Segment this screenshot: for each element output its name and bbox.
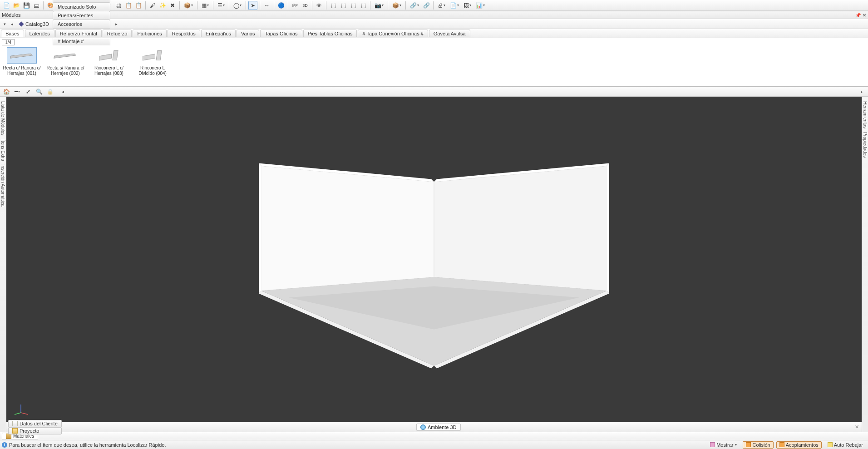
- brush-icon[interactable]: 🖌: [148, 1, 157, 10]
- module-gallery: Recta c/ Ranura c/ Herrajes (001)Recta s…: [0, 45, 868, 86]
- close-tab-icon[interactable]: ✕: [855, 424, 859, 430]
- frame-dd-icon[interactable]: 🖼▾: [462, 1, 473, 10]
- open-icon[interactable]: 📂: [12, 1, 21, 10]
- copy-icon[interactable]: ⿻: [114, 1, 123, 10]
- print-dd-icon[interactable]: 🖨▾: [436, 1, 447, 10]
- chain-dd-icon[interactable]: 🔗▾: [408, 1, 421, 10]
- box-dd-icon[interactable]: 📦▾: [390, 1, 403, 10]
- side-tab-propiedades[interactable]: Propiedades: [863, 130, 868, 159]
- sel2-icon[interactable]: ⬚: [339, 1, 348, 10]
- align-dd-icon[interactable]: ⎚▾: [291, 1, 300, 10]
- side-tab--tens-extra[interactable]: Ítens Extra: [0, 138, 5, 163]
- camera-dd-icon[interactable]: 📷▾: [373, 1, 385, 10]
- workspace: Lista de MódulosÍtens ExtraInserción Aut…: [0, 97, 868, 432]
- status-mostrar[interactable]: Mostrar▾: [707, 441, 740, 449]
- gallery-item[interactable]: Rinconero L c/ Herrajes (003): [90, 47, 128, 76]
- package-dd-icon[interactable]: 📦▾: [182, 1, 195, 10]
- tab-datos-del-cliente[interactable]: Datos del Cliente: [8, 420, 62, 427]
- room-geometry: [248, 157, 620, 370]
- info-icon: i: [2, 442, 7, 448]
- catalog-cube-icon: [19, 21, 24, 26]
- cursor-icon[interactable]: ➤: [248, 1, 257, 10]
- subtab-entrepa-os[interactable]: Entrepaños: [201, 30, 236, 37]
- find-icon[interactable]: 🔍: [35, 87, 44, 96]
- shape-dd-icon[interactable]: ◯▾: [232, 1, 243, 10]
- wand-icon[interactable]: ✨: [158, 1, 167, 10]
- subtab-gaveta-avulsa[interactable]: Gaveta Avulsa: [429, 30, 470, 37]
- sel3-icon[interactable]: ⬚: [349, 1, 358, 10]
- tab-next-icon[interactable]: ▸: [113, 20, 120, 28]
- subtab-refuerzo[interactable]: Refuerzo: [103, 30, 132, 37]
- subtab-refuerzo-frontal[interactable]: Refuerzo Frontal: [55, 30, 102, 37]
- tab-materiales-label: Materiales: [13, 434, 34, 439]
- panel-header: Módulos 📌 ✕: [0, 11, 868, 19]
- chevron-down-icon: ▾: [735, 443, 737, 447]
- status-label: Acoplamientos: [786, 442, 819, 448]
- doc-icon: [12, 421, 18, 426]
- subtab--tapa-conexi-n-oficinas-[interactable]: # Tapa Conexión Oficinas #: [358, 30, 428, 37]
- new-doc-icon[interactable]: 📄: [2, 1, 11, 10]
- eye-icon[interactable]: 👁: [315, 1, 324, 10]
- layers-dd-icon[interactable]: ☰▾: [216, 1, 227, 10]
- status-label: Auto Rebajar: [834, 442, 863, 448]
- link-icon[interactable]: 🔗: [422, 1, 431, 10]
- tab-menu-icon[interactable]: ▾: [1, 20, 8, 28]
- subtab-tapas-oficinas[interactable]: Tapas Oficinas: [260, 30, 302, 37]
- side-tab-herramientas[interactable]: Herramientas: [863, 99, 868, 130]
- save-all-icon[interactable]: 🖴: [32, 1, 41, 10]
- catalog-entry[interactable]: Catalog3D: [15, 20, 53, 28]
- status-icon: [828, 442, 833, 447]
- tab-accesorios[interactable]: Accesorios: [53, 20, 110, 28]
- gallery-item[interactable]: Recta s/ Ranura c/ Herrajes (002): [46, 47, 84, 76]
- sel4-icon[interactable]: ⬚: [359, 1, 368, 10]
- label-3d-icon[interactable]: 3D: [301, 1, 310, 10]
- subtab-bases[interactable]: Bases: [1, 30, 24, 37]
- paste-special-icon[interactable]: 📋: [134, 1, 143, 10]
- subtab-pies-tablas-oficinas[interactable]: Pies Tablas Oficinas: [303, 30, 357, 37]
- subtab-laterales[interactable]: Laterales: [25, 30, 54, 37]
- save-icon[interactable]: 💾: [22, 1, 31, 10]
- status-label: Mostrar: [716, 442, 733, 448]
- subtab-respaldos[interactable]: Respaldos: [168, 30, 200, 37]
- dimension-icon[interactable]: ↔: [262, 1, 271, 10]
- tab-puertas-frentes[interactable]: Puertas/Frentes: [53, 11, 110, 20]
- collapse-right-icon[interactable]: ▸: [857, 87, 866, 96]
- zoom-extents-icon[interactable]: ⤢: [24, 87, 33, 96]
- tab-prev-icon[interactable]: ◂: [8, 20, 15, 28]
- tab-ambiente-3d-label: Ambiente 3D: [428, 424, 457, 430]
- gallery-item-label: Recta s/ Ranura c/ Herrajes (002): [46, 65, 84, 76]
- page-dd-icon[interactable]: 📄▾: [448, 1, 461, 10]
- tab-mecanizado-solo[interactable]: Mecanizado Solo: [53, 2, 110, 11]
- main-toolbar: 📄 📂 💾 🖴 🎨 🟫 🖨 ↶ ↷ ✂ ⿻ 📋 📋 🖌 ✨ ✖ 📦▾ ▦▾ ☰▾…: [0, 0, 868, 11]
- svg-marker-5: [607, 163, 609, 293]
- grid-dd-icon[interactable]: ▦▾: [200, 1, 211, 10]
- pin-icon[interactable]: 📌: [855, 13, 861, 18]
- side-tab-lista-de-m-dulos[interactable]: Lista de Módulos: [0, 99, 5, 138]
- status-acoplamientos[interactable]: Acoplamientos: [776, 441, 822, 449]
- subtab-particiones[interactable]: Particiones: [133, 30, 166, 37]
- subtab-varios[interactable]: Varios: [237, 30, 259, 37]
- gallery-item[interactable]: Rinconero L Dividido (004): [133, 47, 172, 76]
- close-icon[interactable]: ✕: [863, 13, 866, 18]
- gallery-item[interactable]: Recta c/ Ranura c/ Herrajes (001): [3, 47, 41, 76]
- home-view-icon[interactable]: 🏠: [2, 87, 11, 96]
- viewport-3d[interactable]: [6, 97, 862, 422]
- right-side-strip: HerramientasPropiedades: [862, 97, 868, 432]
- sphere-icon[interactable]: 🔵: [276, 1, 286, 10]
- line-style-dd-icon[interactable]: ━▾: [13, 87, 22, 96]
- svg-marker-0: [261, 166, 434, 291]
- erase-icon[interactable]: ✖: [168, 1, 177, 10]
- lock-icon[interactable]: 🔒: [45, 87, 54, 96]
- collapse-left-icon[interactable]: ◂: [58, 87, 67, 96]
- side-tab-inserci-n-autom-tica[interactable]: Inserción Automática: [0, 163, 5, 208]
- bottom-tabs: Datos del ClienteProyecto Ambiente 3D ✕: [6, 422, 862, 432]
- tab-proyecto[interactable]: Proyecto: [8, 427, 62, 434]
- gallery-count: 1/4: [2, 39, 15, 45]
- status-colisi-n[interactable]: Colisión: [743, 441, 773, 449]
- status-icon: [779, 442, 784, 447]
- chart-dd-icon[interactable]: 📊▾: [474, 1, 487, 10]
- status-auto-rebajar[interactable]: Auto Rebajar: [824, 441, 866, 449]
- sel1-icon[interactable]: ⬚: [329, 1, 338, 10]
- paste-icon[interactable]: 📋: [124, 1, 133, 10]
- tab-ambiente-3d[interactable]: Ambiente 3D: [416, 424, 461, 431]
